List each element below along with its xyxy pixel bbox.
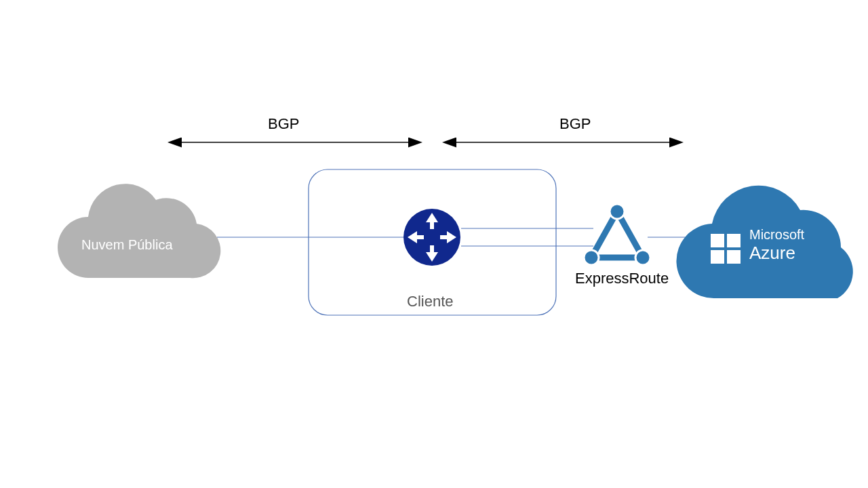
svg-rect-11 <box>727 250 741 264</box>
expressroute-icon <box>584 204 650 265</box>
svg-rect-8 <box>711 234 724 247</box>
cloud-icon <box>58 184 220 278</box>
router-icon <box>403 209 460 266</box>
bgp-right-label: BGP <box>559 115 591 133</box>
svg-point-6 <box>584 250 599 265</box>
svg-rect-10 <box>711 250 724 264</box>
expressroute-label: ExpressRoute <box>575 270 669 287</box>
diagram-canvas: BGP BGP Nuvem Pública Cliente ExpressRou… <box>0 0 868 488</box>
public-cloud-label: Nuvem Pública <box>81 237 173 253</box>
azure-label-2: Azure <box>749 243 795 264</box>
svg-rect-9 <box>727 234 741 247</box>
svg-point-7 <box>635 250 650 265</box>
svg-point-5 <box>610 204 625 219</box>
bgp-left-label: BGP <box>268 115 299 133</box>
azure-label-1: Microsoft <box>749 227 804 243</box>
customer-label: Cliente <box>407 293 453 310</box>
